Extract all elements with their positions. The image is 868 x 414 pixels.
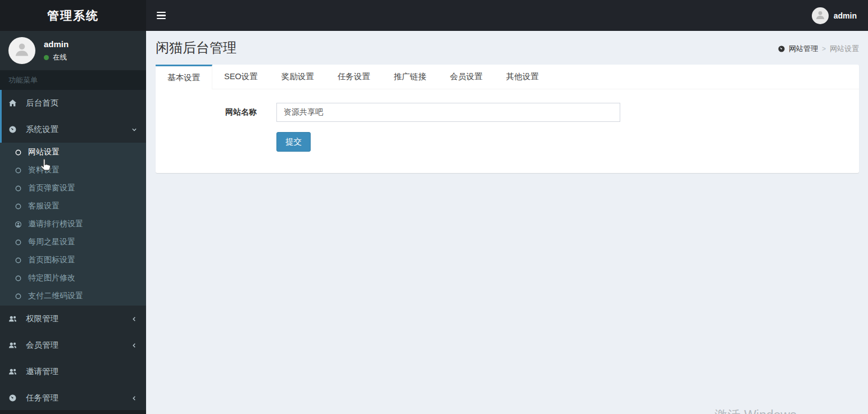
user-avatar-icon: [812, 7, 829, 24]
submenu-item[interactable]: 首页弹窗设置: [0, 179, 146, 197]
submenu-item[interactable]: 特定图片修改: [0, 269, 146, 287]
tab[interactable]: 其他设置: [494, 65, 551, 89]
home-icon: [8, 99, 21, 107]
submit-button[interactable]: 提交: [276, 132, 311, 152]
sidebar-section-label: 功能菜单: [0, 70, 146, 90]
windows-activation-watermark: 激活 Windows 转到“设置”以激活 Windows。: [715, 407, 817, 414]
settings-tabs: 基本设置SEO设置奖励设置任务设置推广链接会员设置其他设置: [156, 65, 859, 89]
tab[interactable]: 会员设置: [438, 65, 494, 89]
chevron-left-icon: [131, 342, 138, 349]
sidebar-bottom-strip: [0, 410, 146, 414]
navbar-user-menu[interactable]: admin: [812, 7, 857, 24]
top-navbar: 管理系统 admin: [0, 0, 868, 31]
chevron-left-icon: [131, 395, 138, 402]
users-icon: [8, 341, 21, 349]
submenu-item[interactable]: 网站设置: [0, 143, 146, 161]
users-icon: [8, 315, 21, 323]
sidebar-item[interactable]: 系统设置: [0, 116, 146, 143]
tab-content: 网站名称 提交: [156, 89, 859, 173]
site-name-label: 网站名称: [170, 107, 257, 117]
circle-icon: [15, 257, 28, 264]
watermark-line1: 激活 Windows: [715, 407, 817, 414]
user-status-label: 在线: [53, 53, 67, 62]
user-circle-icon: [15, 221, 28, 228]
tab[interactable]: 基本设置: [156, 65, 212, 89]
navbar-username: admin: [834, 11, 857, 20]
circle-icon: [15, 275, 28, 282]
brand-logo[interactable]: 管理系统: [0, 0, 146, 31]
breadcrumb-root-label: 网站管理: [789, 44, 818, 54]
submenu-item[interactable]: 邀请排行榜设置: [0, 215, 146, 233]
submenu-item[interactable]: 客服设置: [0, 197, 146, 215]
circle-icon: [15, 203, 28, 210]
dashboard-icon: [8, 394, 21, 402]
submenu: 网站设置资料设置首页弹窗设置客服设置邀请排行榜设置每周之星设置首页图标设置特定图…: [0, 143, 146, 306]
chevron-down-icon: [131, 126, 138, 133]
tab[interactable]: SEO设置: [212, 65, 270, 89]
circle-icon: [15, 293, 28, 300]
settings-panel: 基本设置SEO设置奖励设置任务设置推广链接会员设置其他设置 网站名称 提交: [156, 65, 859, 173]
online-status-icon: [44, 55, 49, 60]
sidebar-user-panel: admin 在线: [0, 31, 146, 70]
submenu-item[interactable]: 资料设置: [0, 161, 146, 179]
circle-icon: [15, 185, 28, 192]
tab[interactable]: 奖励设置: [270, 65, 326, 89]
site-name-input[interactable]: [276, 103, 620, 122]
sidebar-item[interactable]: 任务管理: [0, 385, 146, 411]
users-icon: [8, 367, 21, 376]
user-avatar-icon[interactable]: [8, 37, 35, 64]
main-content: 闲猫后台管理 网站管理 > 网站设置 基本设置SEO设置奖励设置任务设置推广链接…: [146, 31, 868, 414]
submenu-item[interactable]: 首页图标设置: [0, 251, 146, 269]
breadcrumb: 网站管理 > 网站设置: [778, 44, 859, 54]
circle-icon: [15, 167, 28, 174]
content-header: 闲猫后台管理 网站管理 > 网站设置: [146, 31, 868, 57]
circle-icon: [15, 149, 28, 156]
breadcrumb-current: 网站设置: [830, 44, 859, 54]
navbar-main: admin: [146, 0, 868, 31]
page-title: 闲猫后台管理: [156, 39, 237, 57]
sidebar-item[interactable]: 权限管理: [0, 306, 146, 332]
site-name-row: 网站名称: [170, 103, 845, 122]
sidebar-username: admin: [44, 39, 69, 49]
user-status[interactable]: 在线: [44, 53, 69, 62]
chevron-left-icon: [131, 316, 138, 322]
tab[interactable]: 推广链接: [382, 65, 438, 89]
submenu-item[interactable]: 支付二维码设置: [0, 287, 146, 305]
menu-toggle-icon[interactable]: [156, 10, 167, 22]
breadcrumb-separator: >: [822, 45, 826, 53]
tab[interactable]: 任务设置: [326, 65, 382, 89]
sidebar-item[interactable]: 邀请管理: [0, 358, 146, 385]
dashboard-icon: [8, 125, 21, 134]
sidebar: admin 在线 功能菜单 后台首页系统设置网站设置资料设置首页弹窗设置客服设置…: [0, 31, 146, 414]
submit-row: 提交: [170, 132, 845, 152]
circle-icon: [15, 239, 28, 246]
breadcrumb-root-link[interactable]: 网站管理: [778, 44, 818, 54]
sidebar-menu: 后台首页系统设置网站设置资料设置首页弹窗设置客服设置邀请排行榜设置每周之星设置首…: [0, 90, 146, 411]
sidebar-item[interactable]: 会员管理: [0, 332, 146, 358]
dashboard-icon: [778, 45, 785, 53]
submenu-item[interactable]: 每周之星设置: [0, 233, 146, 251]
sidebar-item[interactable]: 后台首页: [0, 90, 146, 116]
